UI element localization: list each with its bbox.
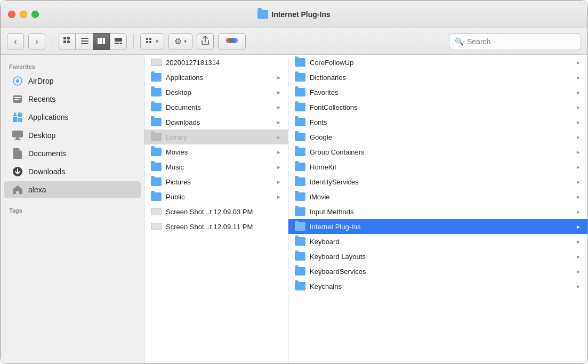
folder-icon (295, 252, 305, 261)
action-dropdown-button[interactable]: ⚙ ▾ (168, 33, 192, 50)
search-box[interactable]: 🔍 (449, 33, 581, 50)
sidebar-item-downloads[interactable]: Downloads (4, 163, 141, 180)
chevron-right-icon: ► (576, 75, 581, 80)
list-item[interactable]: Input Methods ► (288, 204, 587, 219)
list-item[interactable]: Library ► (144, 130, 288, 144)
list-item[interactable]: Keyboard Layouts ► (288, 249, 587, 264)
sidebar-item-applications[interactable]: Applications (4, 109, 141, 126)
file-name: Keychains (310, 282, 576, 290)
file-name: Internet Plug-Ins (310, 223, 576, 231)
gear-icon: ⚙ (174, 36, 182, 46)
list-item[interactable]: Keyboard ► (288, 234, 587, 249)
list-item[interactable]: IdentityServices ► (288, 174, 587, 189)
icon-view-button[interactable] (59, 33, 76, 50)
list-item[interactable]: Public ► (144, 189, 288, 204)
list-item[interactable]: iMovie ► (288, 189, 587, 204)
chevron-right-icon: ► (576, 194, 581, 200)
svg-rect-4 (81, 38, 88, 39)
folder-icon (295, 133, 305, 141)
gallery-view-button[interactable] (110, 33, 127, 50)
list-view-icon (81, 37, 88, 46)
tag-button[interactable] (218, 33, 246, 50)
chevron-right-icon: ► (576, 134, 581, 140)
list-item[interactable]: Dictionaries ► (288, 70, 587, 85)
close-button[interactable] (8, 11, 15, 18)
sidebar-item-label-recents: Recents (28, 95, 55, 103)
file-name: Dictionaries (310, 74, 576, 82)
list-item[interactable]: HomeKit ► (288, 159, 587, 174)
list-item[interactable]: KeyboardServices ► (288, 264, 587, 279)
sidebar-item-recents[interactable]: Recents (4, 91, 141, 108)
svg-rect-32 (16, 137, 19, 139)
share-button[interactable] (197, 33, 214, 50)
file-name: Google (310, 133, 576, 141)
list-item[interactable]: Applications ► (144, 70, 288, 85)
panel-2: CoreFollowUp ► Dictionaries ► Favorites … (288, 55, 587, 363)
folder-icon (295, 177, 305, 186)
list-item[interactable]: Desktop ► (144, 85, 288, 100)
file-name: Documents (166, 103, 276, 111)
panel-1: 20200127181314 Applications ► Desktop ► (144, 55, 288, 363)
svg-rect-26 (13, 117, 17, 122)
list-item[interactable]: Movies ► (144, 144, 288, 159)
list-item[interactable]: Screen Shot...t 12.09.11 PM (144, 219, 288, 234)
sidebar-item-alexa[interactable]: alexa (4, 181, 141, 198)
list-view-button[interactable] (76, 33, 93, 50)
column-view-button[interactable] (93, 33, 110, 50)
list-item[interactable]: Group Containers ► (288, 144, 587, 159)
chevron-right-icon: ► (576, 149, 581, 155)
svg-rect-3 (67, 41, 70, 43)
downloads-icon (12, 166, 23, 177)
list-item[interactable]: Fonts ► (288, 115, 587, 130)
toolbar-separator-1 (52, 34, 52, 49)
screenshot-icon (151, 58, 162, 67)
list-item[interactable]: Documents ► (144, 100, 288, 115)
list-item[interactable]: CoreFollowUp ► (288, 55, 587, 70)
back-icon: ‹ (14, 37, 17, 46)
list-item[interactable]: Pictures ► (144, 174, 288, 189)
file-name: Screen Shot...t 12.09.11 PM (166, 223, 281, 231)
svg-rect-25 (14, 99, 19, 100)
forward-button[interactable]: › (28, 33, 45, 50)
traffic-lights (8, 11, 39, 18)
tags-label: Tags (1, 199, 144, 216)
list-item[interactable]: Google ► (288, 130, 587, 144)
chevron-right-icon: ► (576, 104, 581, 110)
back-button[interactable]: ‹ (7, 33, 24, 50)
search-input[interactable] (467, 37, 575, 46)
forward-icon: › (35, 37, 38, 46)
chevron-right-icon: ► (576, 179, 581, 185)
sidebar-item-desktop[interactable]: Desktop (4, 127, 141, 144)
maximize-button[interactable] (31, 11, 39, 18)
list-item[interactable]: Screen Shot...t 12.09.03 PM (144, 204, 288, 219)
list-item[interactable]: Favorites ► (288, 85, 587, 100)
folder-icon (151, 88, 162, 96)
browser-panels: 20200127181314 Applications ► Desktop ► (144, 55, 587, 363)
list-item[interactable]: Music ► (144, 159, 288, 174)
svg-rect-2 (63, 41, 66, 43)
sidebar-item-label-airdrop: AirDrop (28, 77, 53, 85)
minimize-button[interactable] (20, 11, 27, 18)
list-item[interactable]: FontCollections ► (288, 100, 587, 115)
recents-icon (12, 94, 23, 104)
folder-icon (295, 148, 305, 156)
svg-rect-24 (14, 97, 21, 98)
chevron-right-icon: ► (576, 164, 581, 170)
screenshot-icon (151, 207, 162, 216)
sidebar-item-airdrop[interactable]: AirDrop (4, 72, 141, 90)
sidebar-item-label-applications: Applications (28, 113, 69, 122)
toolbar-separator-2 (133, 34, 134, 49)
arrange-dropdown-button[interactable]: ▾ (140, 33, 164, 50)
sidebar-item-documents[interactable]: Documents (4, 145, 141, 162)
chevron-right-icon: ► (576, 119, 581, 125)
list-item[interactable]: 20200127181314 (144, 55, 288, 70)
list-item-internet-plugins[interactable]: Internet Plug-Ins ► (288, 219, 587, 234)
icon-view-icon (63, 37, 71, 46)
svg-rect-1 (67, 37, 70, 39)
folder-icon (295, 163, 305, 171)
list-item[interactable]: Keychains ► (288, 279, 587, 294)
file-name: Input Methods (310, 208, 576, 216)
arrange-dropdown-chevron: ▾ (156, 38, 158, 44)
svg-rect-33 (14, 139, 21, 140)
list-item[interactable]: Downloads ► (144, 115, 288, 130)
